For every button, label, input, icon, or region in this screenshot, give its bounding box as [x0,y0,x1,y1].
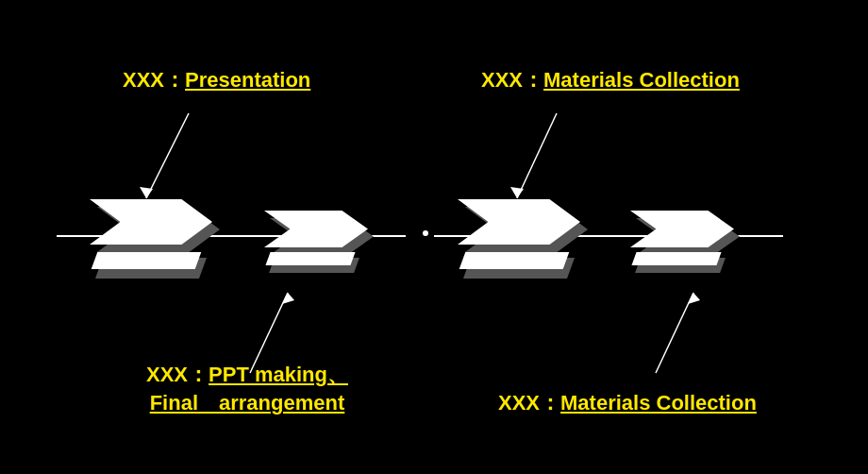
label-prefix-4: XXX： [498,391,560,415]
chevron-3-group [458,184,580,279]
svg-line-8 [656,293,693,373]
svg-marker-9 [688,293,700,304]
chevron-3-tab [459,252,570,269]
dot-separator [423,230,428,236]
label-prefix-3: XXX： [481,68,543,92]
label-text-materials-top: Materials Collection [543,68,740,92]
label-ppt-bottom: XXX：PPT making、Final arrangement [146,361,348,417]
chevron-1-tab [92,252,202,269]
label-materials-bottom: XXX：Materials Collection [498,389,757,417]
label-text-materials-bottom: Materials Collection [560,391,757,415]
label-text-presentation: Presentation [185,68,310,92]
chevron-4-group [630,198,734,274]
svg-marker-5 [282,293,294,304]
label-materials-top: XXX：Materials Collection [481,66,740,94]
chevron-4-tab [631,252,721,265]
chevron-2-tab [265,252,355,265]
label-prefix-1: XXX： [123,68,185,92]
label-prefix-2: XXX： [146,363,209,386]
label-presentation-top: XXX：Presentation [123,66,310,94]
main-canvas: XXX：Presentation XXX：PPT making、Final ar… [0,0,868,474]
chevron-2-group [264,198,368,274]
chevron-1-group [90,184,212,279]
